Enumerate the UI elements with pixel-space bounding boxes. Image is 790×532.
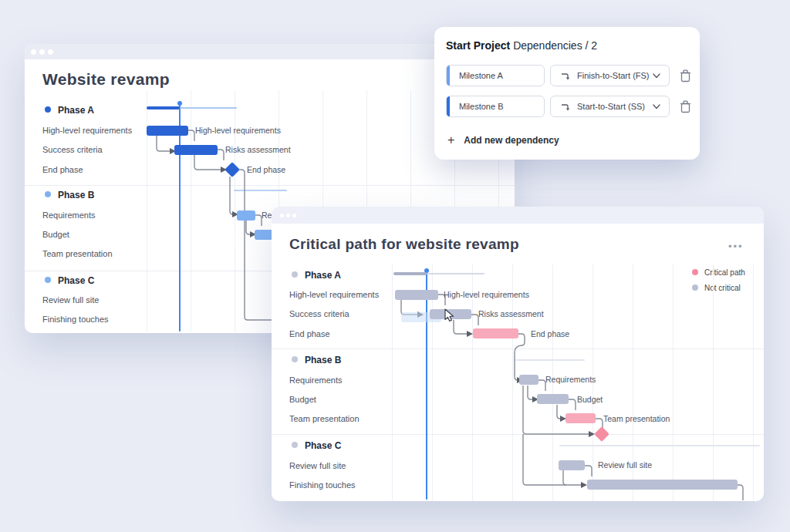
popup-title-task: Start Project xyxy=(446,39,510,52)
gantt-bar-finishing-touches[interactable] xyxy=(587,480,738,490)
dependency-connectors xyxy=(272,207,764,501)
gantt-bar-high-level-requirements[interactable] xyxy=(395,290,438,300)
bar-label: High-level requirements xyxy=(195,126,281,136)
gantt-bar-requirements[interactable] xyxy=(519,375,538,385)
dependency-type-select[interactable]: Finish-to-Start (FS) xyxy=(550,65,670,86)
gantt-bar-team-presentation[interactable] xyxy=(565,413,596,423)
popup-title: Start Project Dependencies / 2 xyxy=(446,39,597,52)
dependency-arrow-icon xyxy=(561,103,570,112)
milestone-color-strip xyxy=(447,96,450,116)
milestone-input[interactable]: Milestone A xyxy=(446,65,545,86)
bar-label: Budget xyxy=(577,395,603,405)
gantt-bar-review-full-site[interactable] xyxy=(559,460,585,470)
dependency-arrow-icon xyxy=(561,72,570,81)
bar-label: End phase xyxy=(531,329,569,339)
trash-icon[interactable] xyxy=(680,69,691,82)
dependency-type-value: Start-to-Start (SS) xyxy=(577,96,645,116)
bar-label: Risks assessment xyxy=(478,309,544,319)
gantt-bar-high-level-requirements[interactable] xyxy=(147,126,188,136)
milestone-name: Milestone B xyxy=(459,96,503,116)
chevron-down-icon xyxy=(653,104,660,109)
bar-label: Review full site xyxy=(598,460,652,470)
gantt-bar-risks-assessment[interactable] xyxy=(174,145,218,155)
bar-label: Team presentation xyxy=(603,414,670,424)
gantt-bar-requirements[interactable] xyxy=(237,210,255,221)
bar-label: End phase xyxy=(247,165,285,175)
popup-title-suffix: Dependencies / 2 xyxy=(510,39,597,52)
plus-icon: + xyxy=(447,133,454,146)
bar-label: High-level requirements xyxy=(444,290,529,300)
add-dependency-label: Add new dependency xyxy=(464,135,559,146)
gantt-bar-budget[interactable] xyxy=(537,394,569,404)
dependencies-popup: Start Project Dependencies / 2 Milestone… xyxy=(434,27,700,160)
gantt-bar-end-phase[interactable] xyxy=(473,328,518,338)
mouse-cursor-icon xyxy=(444,308,456,322)
milestone-input[interactable]: Milestone B xyxy=(446,96,545,117)
add-dependency-button[interactable]: +Add new dependency xyxy=(447,133,559,147)
bar-label: Requirements xyxy=(545,375,596,385)
milestone-color-strip xyxy=(447,66,450,86)
bar-label: Risks assessment xyxy=(225,145,291,155)
dependency-type-value: Finish-to-Start (FS) xyxy=(577,66,650,86)
trash-icon[interactable] xyxy=(680,100,691,113)
window-critical-path: Critical path for website revamp ••• Cri… xyxy=(272,207,764,501)
milestone-name: Milestone A xyxy=(459,66,503,86)
dependency-type-select[interactable]: Start-to-Start (SS) xyxy=(550,96,670,117)
chevron-down-icon xyxy=(653,73,660,79)
